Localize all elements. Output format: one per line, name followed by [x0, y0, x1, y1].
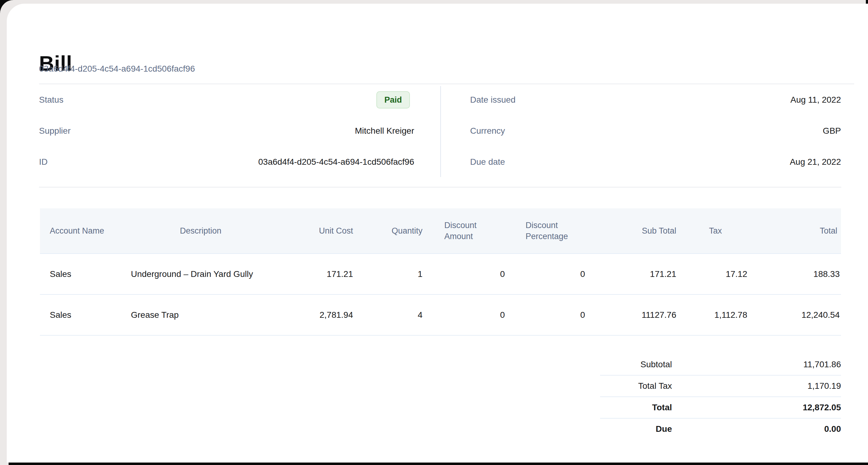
detail-label: Date issued — [470, 95, 516, 105]
table-cell: 188.33 — [751, 269, 841, 279]
detail-row: Due date Aug 21, 2022 — [470, 146, 841, 177]
column-header: Unit Cost — [270, 225, 357, 236]
column-header: Discount Amount — [426, 220, 508, 242]
detail-value: Mitchell Kreiger — [355, 126, 414, 136]
totals-value: 12,872.05 — [672, 403, 841, 412]
table-cell: 0 — [426, 269, 508, 279]
column-header: Quantity — [357, 225, 426, 236]
totals-label: Total — [600, 403, 672, 412]
table-row: SalesGrease Trap2,781.9440011127.761,112… — [40, 295, 841, 336]
totals-section: Subtotal 11,701.86 Total Tax 1,170.19 To… — [600, 354, 841, 439]
bill-details-right: Date issued Aug 11, 2022 Currency GBP Du… — [470, 84, 841, 177]
totals-value: 0.00 — [672, 424, 841, 434]
table-cell: 171.21 — [589, 269, 680, 279]
column-header: Discount Percentage — [508, 220, 589, 242]
column-header: Description — [131, 225, 270, 236]
totals-label: Total Tax — [600, 381, 672, 391]
detail-row: ID 03a6d4f4-d205-4c54-a694-1cd506facf96 — [39, 146, 414, 177]
detail-label: Due date — [470, 157, 505, 167]
detail-row: Date issued Aug 11, 2022 — [470, 84, 841, 115]
column-header: Tax — [680, 225, 751, 236]
divider — [39, 187, 841, 187]
totals-value: 11,701.86 — [672, 360, 841, 369]
table-cell: 0 — [508, 310, 589, 320]
detail-row: Currency GBP — [470, 115, 841, 146]
totals-row: Due 0.00 — [600, 418, 841, 439]
table-cell: 1 — [357, 269, 426, 279]
table-cell: Sales — [40, 310, 131, 320]
line-items-table: Account NameDescriptionUnit CostQuantity… — [40, 208, 841, 336]
bill-id-subtitle: 03a6d4f4-d205-4c54-a694-1cd506facf96 — [39, 63, 195, 74]
detail-label: Supplier — [39, 126, 71, 136]
line-items-header: Account NameDescriptionUnit CostQuantity… — [40, 208, 841, 254]
table-row: SalesUnderground – Drain Yard Gully171.2… — [40, 254, 841, 295]
detail-row: Supplier Mitchell Kreiger — [39, 115, 414, 146]
status-badge: Paid — [376, 91, 410, 108]
column-header: Sub Total — [589, 225, 680, 236]
totals-row: Total Tax 1,170.19 — [600, 375, 841, 397]
totals-row: Total 12,872.05 — [600, 397, 841, 418]
detail-label: ID — [39, 157, 48, 167]
table-cell: 11127.76 — [589, 310, 680, 320]
detail-value: 03a6d4f4-d205-4c54-a694-1cd506facf96 — [258, 157, 414, 167]
column-header: Total — [751, 225, 841, 236]
totals-label: Subtotal — [600, 360, 672, 369]
detail-label: Status — [39, 95, 63, 105]
column-header: Account Name — [40, 225, 131, 236]
detail-value: Paid — [376, 91, 414, 108]
table-cell: 4 — [357, 310, 426, 320]
bill-details-left: Status Paid Supplier Mitchell Kreiger ID… — [39, 84, 414, 177]
detail-value: GBP — [823, 126, 841, 136]
table-cell: 0 — [508, 269, 589, 279]
totals-label: Due — [600, 424, 672, 434]
divider — [440, 86, 441, 177]
detail-row: Status Paid — [39, 84, 414, 115]
totals-value: 1,170.19 — [672, 381, 841, 391]
window-edge — [866, 0, 868, 4]
table-cell: 171.21 — [270, 269, 357, 279]
table-cell: 17.12 — [680, 269, 751, 279]
table-cell: Grease Trap — [131, 310, 270, 320]
table-cell: Sales — [40, 269, 131, 279]
detail-value: Aug 11, 2022 — [790, 95, 841, 105]
detail-label: Currency — [470, 126, 505, 136]
detail-value: Aug 21, 2022 — [789, 157, 841, 167]
table-cell: 0 — [426, 310, 508, 320]
window-edge — [9, 463, 868, 465]
table-cell: 1,112.78 — [680, 310, 751, 320]
bill-page: Bill 03a6d4f4-d205-4c54-a694-1cd506facf9… — [7, 4, 868, 463]
table-cell: 12,240.54 — [751, 310, 841, 320]
table-cell: 2,781.94 — [270, 310, 357, 320]
table-cell: Underground – Drain Yard Gully — [131, 269, 270, 279]
totals-row: Subtotal 11,701.86 — [600, 354, 841, 375]
